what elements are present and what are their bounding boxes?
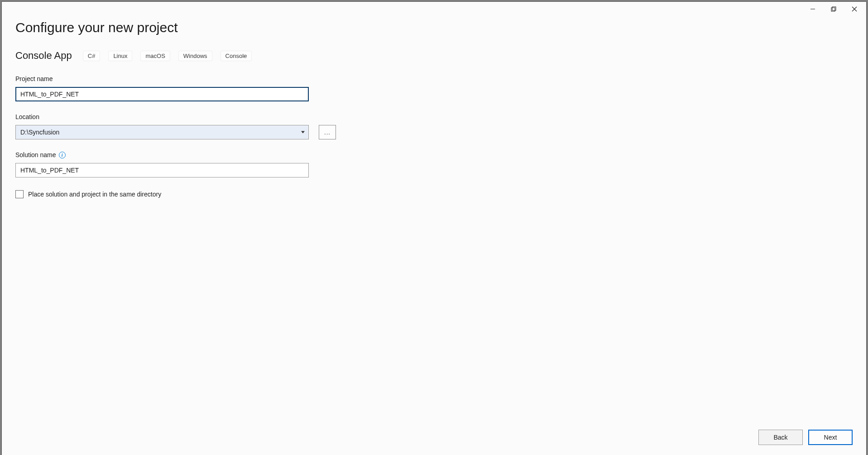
titlebar: [2, 2, 866, 16]
svg-rect-1: [831, 8, 835, 11]
project-name-block: Project name: [15, 75, 853, 101]
back-button[interactable]: Back: [758, 430, 803, 445]
maximize-icon: [831, 6, 836, 12]
dialog-content: Configure your new project Console App C…: [2, 16, 866, 455]
close-icon: [852, 6, 857, 12]
browse-label: ...: [324, 129, 331, 136]
page-title: Configure your new project: [15, 20, 853, 35]
template-row: Console App C# Linux macOS Windows Conso…: [15, 50, 853, 62]
template-tag: C#: [83, 51, 101, 61]
solution-name-label-text: Solution name: [15, 151, 56, 158]
location-value: D:\Syncfusion: [20, 129, 59, 136]
same-directory-checkbox[interactable]: [15, 190, 24, 198]
dialog-window: Configure your new project Console App C…: [1, 1, 867, 455]
minimize-icon: [810, 6, 815, 12]
project-name-input[interactable]: [15, 87, 309, 101]
same-directory-row: Place solution and project in the same d…: [15, 190, 853, 198]
chevron-down-icon: [301, 131, 305, 134]
close-button[interactable]: [845, 3, 863, 15]
location-combobox[interactable]: D:\Syncfusion: [15, 125, 309, 139]
maximize-button[interactable]: [825, 3, 843, 15]
solution-name-label: Solution name i: [15, 151, 853, 158]
dialog-footer: Back Next: [15, 430, 853, 447]
same-directory-label: Place solution and project in the same d…: [28, 191, 161, 198]
template-tag: Linux: [108, 51, 132, 61]
svg-rect-2: [832, 7, 836, 10]
template-tag: Windows: [178, 51, 212, 61]
template-name: Console App: [15, 50, 72, 62]
solution-name-block: Solution name i: [15, 151, 853, 177]
template-tag: Console: [221, 51, 252, 61]
location-label: Location: [15, 113, 853, 120]
project-name-label: Project name: [15, 75, 853, 82]
next-button-label: Next: [824, 434, 837, 441]
info-icon[interactable]: i: [59, 152, 66, 158]
template-tag: macOS: [140, 51, 170, 61]
location-block: Location D:\Syncfusion ...: [15, 113, 853, 139]
next-button[interactable]: Next: [808, 430, 853, 445]
solution-name-input[interactable]: [15, 163, 309, 177]
minimize-button[interactable]: [804, 3, 822, 15]
back-button-label: Back: [773, 434, 787, 441]
browse-button[interactable]: ...: [319, 125, 336, 139]
